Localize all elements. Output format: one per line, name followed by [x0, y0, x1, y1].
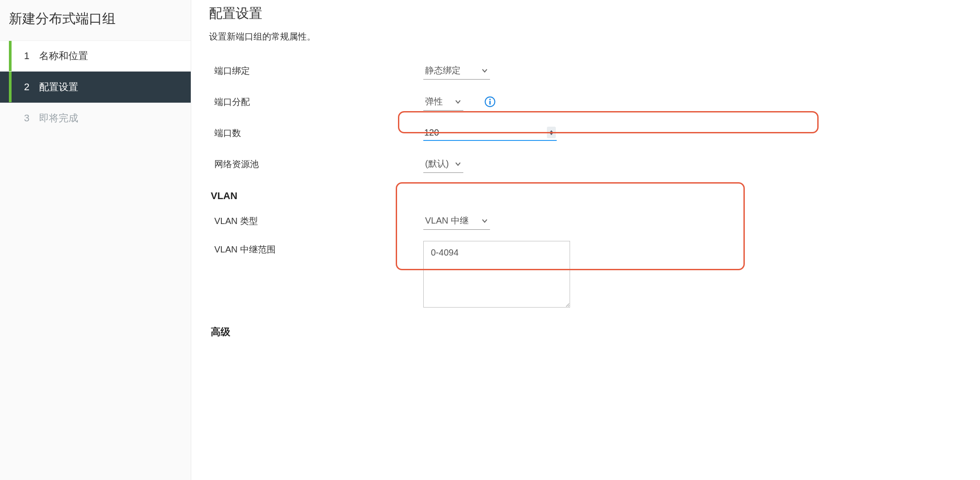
wizard-step-ready: 3 即将完成 [0, 103, 191, 134]
vlan-range-textarea[interactable] [423, 241, 570, 308]
wizard-step-num: 3 [24, 112, 36, 124]
wizard-step-configure[interactable]: 2 配置设置 [0, 72, 191, 103]
wizard-step-label: 即将完成 [39, 112, 78, 125]
row-vlan-range: VLAN 中继范围 [209, 236, 962, 308]
resource-pool-value: (默认) [425, 158, 449, 170]
label-vlan-type: VLAN 类型 [214, 215, 423, 227]
vlan-type-select[interactable]: VLAN 中继 [423, 212, 490, 230]
chevron-down-icon [481, 217, 488, 224]
port-count-field[interactable] [423, 125, 557, 141]
port-count-input[interactable] [424, 128, 547, 138]
wizard-step-num: 2 [24, 81, 36, 93]
row-port-alloc: 端口分配 弹性 [209, 86, 962, 117]
info-icon[interactable] [484, 96, 496, 108]
stepper-up-icon [550, 130, 553, 132]
port-alloc-value: 弹性 [425, 96, 443, 108]
page-title: 配置设置 [209, 0, 962, 26]
page-subtitle: 设置新端口组的常规属性。 [209, 26, 962, 55]
chevron-down-icon [481, 67, 488, 74]
resource-pool-select[interactable]: (默认) [423, 155, 463, 173]
wizard-title: 新建分布式端口组 [0, 5, 191, 40]
port-binding-value: 静态绑定 [425, 64, 461, 76]
row-resource-pool: 网络资源池 (默认) [209, 148, 962, 180]
wizard-step-num: 1 [24, 50, 36, 62]
port-count-stepper[interactable] [547, 127, 556, 138]
wizard-panel: 配置设置 设置新端口组的常规属性。 端口绑定 静态绑定 端口分配 弹性 [191, 0, 980, 480]
section-vlan-head: VLAN [209, 180, 962, 205]
row-vlan-type: VLAN 类型 VLAN 中继 [209, 205, 962, 236]
stepper-down-icon [550, 133, 553, 135]
svg-point-1 [489, 99, 490, 100]
label-port-binding: 端口绑定 [214, 65, 423, 77]
port-binding-select[interactable]: 静态绑定 [423, 62, 490, 80]
vlan-type-value: VLAN 中继 [425, 215, 469, 227]
section-advanced-head: 高级 [209, 308, 962, 342]
wizard-step-label: 名称和位置 [39, 49, 88, 63]
label-resource-pool: 网络资源池 [214, 158, 423, 170]
label-port-count: 端口数 [214, 127, 423, 139]
chevron-down-icon [454, 98, 462, 105]
row-port-binding: 端口绑定 静态绑定 [209, 55, 962, 86]
port-alloc-select[interactable]: 弹性 [423, 93, 463, 111]
row-port-count: 端口数 [209, 117, 962, 148]
label-vlan-range: VLAN 中继范围 [214, 241, 423, 256]
chevron-down-icon [454, 160, 462, 168]
wizard-step-label: 配置设置 [39, 80, 78, 94]
svg-rect-2 [489, 101, 490, 105]
wizard-sidebar: 新建分布式端口组 1 名称和位置 2 配置设置 3 即将完成 [0, 0, 191, 480]
wizard-step-name-location[interactable]: 1 名称和位置 [0, 40, 191, 72]
label-port-alloc: 端口分配 [214, 96, 423, 108]
